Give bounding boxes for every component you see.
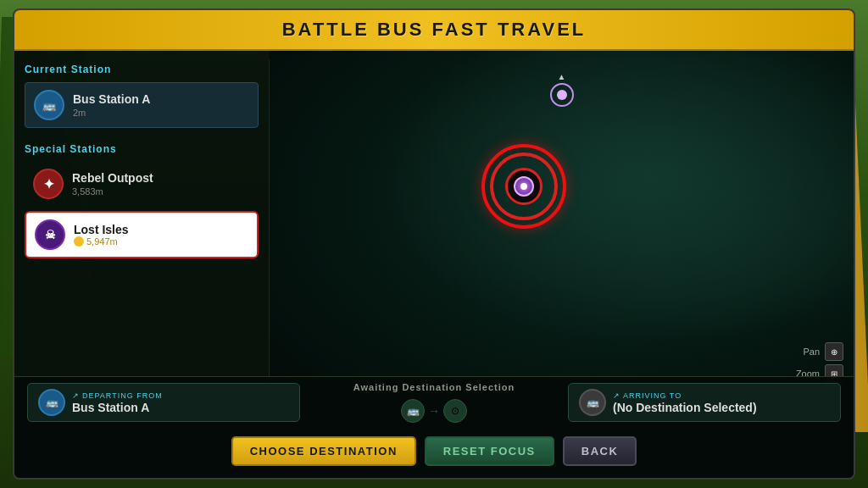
- choose-destination-button[interactable]: CHOOSE DESTINATION: [231, 436, 416, 466]
- departing-icon: 🚌: [38, 389, 65, 416]
- skull-icon: ☠: [45, 228, 56, 241]
- pan-button[interactable]: ⊕: [825, 342, 843, 361]
- map-station-icon: [514, 176, 534, 197]
- arriving-label-text: Arriving To: [623, 391, 682, 400]
- station-sidebar: Current Station 🚌 Bus Station A 2m Speci…: [14, 51, 269, 417]
- section-spacer: [25, 133, 259, 143]
- station-item-current[interactable]: 🚌 Bus Station A 2m: [25, 82, 259, 128]
- player-marker: ▲: [550, 72, 574, 107]
- player-dot: [550, 83, 574, 107]
- route-destination-icon: ⊙: [443, 399, 467, 423]
- map-station-marker[interactable]: [490, 152, 558, 220]
- station-icon-lost-isles: ☠: [35, 219, 65, 250]
- current-station-name: Bus Station A: [73, 92, 249, 106]
- lost-isles-distance-value: 5,947m: [86, 236, 118, 247]
- special-stations-label: Special Stations: [25, 143, 259, 155]
- main-panel: BATTLE BUS FAST TRAVEL Current Station 🚌…: [13, 8, 855, 480]
- station-info-lost-isles: Lost Isles 5,947m: [74, 223, 248, 247]
- lost-isles-distance: 5,947m: [74, 236, 248, 247]
- station-info-rebel: Rebel Outpost 3,583m: [72, 171, 250, 197]
- departing-bus-icon: 🚌: [46, 396, 58, 408]
- bottom-bar: 🚌 ↗ Departing From Bus Station A Awaitin…: [14, 376, 854, 478]
- reset-focus-button[interactable]: RESET FOCUS: [425, 436, 554, 466]
- content-area: Current Station 🚌 Bus Station A 2m Speci…: [14, 51, 854, 417]
- departing-info: ↗ Departing From Bus Station A: [72, 391, 163, 414]
- pan-control: Pan ⊕: [803, 342, 843, 361]
- rebel-station-name: Rebel Outpost: [72, 171, 250, 185]
- station-info-current: Bus Station A 2m: [73, 92, 249, 118]
- map-station-icon-center: [520, 183, 527, 190]
- route-arrow-icon: →: [428, 404, 440, 418]
- arriving-icon: 🚌: [579, 389, 606, 416]
- departing-sublabel: ↗ Departing From: [72, 391, 163, 400]
- current-station-distance: 2m: [73, 108, 249, 118]
- lost-isles-station-name: Lost Isles: [74, 223, 248, 236]
- panel-header: BATTLE BUS FAST TRAVEL: [14, 10, 854, 51]
- marker-arrow-icon: ▲: [558, 72, 566, 81]
- station-item-lost-isles[interactable]: ☠ Lost Isles 5,947m: [25, 211, 259, 258]
- route-status: Awaiting Destination Selection: [353, 382, 515, 392]
- travel-route: 🚌 ↗ Departing From Bus Station A Awaitin…: [14, 377, 854, 428]
- panel-title: BATTLE BUS FAST TRAVEL: [282, 19, 587, 40]
- arriving-sublabel: ↗ Arriving To: [613, 391, 757, 400]
- departing-station-name: Bus Station A: [72, 401, 163, 414]
- station-item-rebel[interactable]: ✦ Rebel Outpost 3,583m: [25, 162, 259, 206]
- map-area[interactable]: ▲ Pa: [270, 51, 854, 417]
- route-line-visual: 🚌 → ⊙: [401, 399, 467, 423]
- route-line: Awaiting Destination Selection 🚌 → ⊙: [309, 382, 559, 423]
- station-icon-bus-a: 🚌: [34, 90, 64, 120]
- arriving-info: ↗ Arriving To (No Destination Selected): [613, 391, 757, 414]
- coin-icon: [74, 236, 84, 247]
- arriving-bus-icon: 🚌: [587, 396, 599, 408]
- departing-station: 🚌 ↗ Departing From Bus Station A: [27, 383, 300, 422]
- departing-arrow-icon: ↗: [72, 391, 80, 400]
- rebel-icon: ✦: [43, 176, 54, 192]
- arriving-station-name: (No Destination Selected): [613, 401, 757, 414]
- arriving-arrow-icon: ↗: [613, 391, 620, 400]
- rebel-station-distance: 3,583m: [72, 186, 250, 197]
- player-dot-inner: [557, 90, 567, 100]
- bus-icon-letter: 🚌: [42, 99, 56, 112]
- current-station-label: Current Station: [25, 64, 259, 75]
- route-bus-icon: 🚌: [401, 399, 425, 423]
- departing-label-text: Departing From: [82, 391, 163, 400]
- back-button[interactable]: BACK: [563, 436, 637, 466]
- action-buttons-bar: CHOOSE DESTINATION RESET FOCUS BACK: [14, 428, 854, 474]
- game-window: BATTLE BUS FAST TRAVEL Current Station 🚌…: [0, 0, 868, 488]
- map-station-inner: [505, 168, 542, 205]
- pan-label: Pan: [803, 347, 820, 357]
- station-icon-rebel: ✦: [33, 169, 64, 199]
- arriving-station: 🚌 ↗ Arriving To (No Destination Selected…: [568, 383, 841, 422]
